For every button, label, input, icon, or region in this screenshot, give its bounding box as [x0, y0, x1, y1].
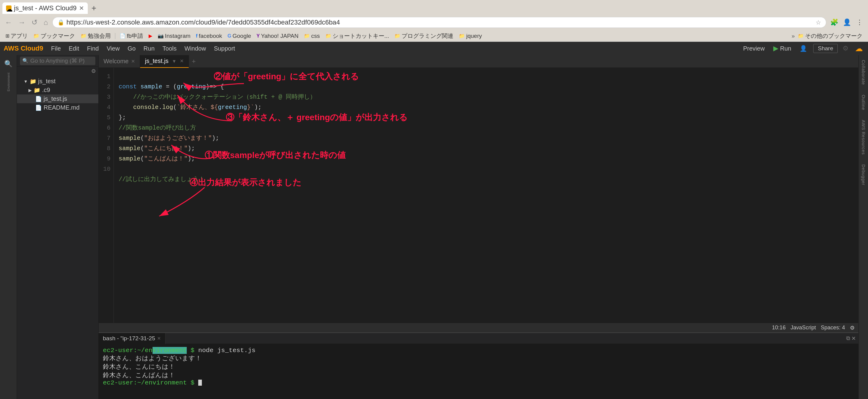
tab-jstest-close[interactable]: ✕ [180, 58, 184, 64]
bookmark-programming[interactable]: 📁 プログラミング関連 [392, 31, 456, 41]
bookmarks-folder-icon: 📁 [33, 33, 39, 39]
menu-go[interactable]: Go [124, 44, 139, 53]
back-button[interactable]: ← [3, 18, 14, 27]
terminal-maximize-button[interactable]: ⧉ [846, 335, 850, 342]
bookmark-instagram[interactable]: 📷 Instagram [155, 32, 193, 40]
terminal-bash-tab[interactable]: bash - "ip-172-31-25 ✕ [99, 333, 165, 344]
terminal-area: bash - "ip-172-31-25 ✕ ⧉ ✕ ec2-user:~/en… [99, 332, 858, 399]
bookmark-css[interactable]: 📁 css [302, 32, 322, 40]
home-button[interactable]: ⌂ [42, 18, 50, 27]
forward-button[interactable]: → [17, 18, 27, 27]
bookmark-fb-label: fb申請 [127, 32, 143, 40]
readme-file-name: README.md [43, 104, 80, 111]
tab-dropdown-button[interactable]: ▾ [171, 58, 177, 64]
bookmark-css-label: css [311, 33, 320, 39]
outline-label[interactable]: Outline [861, 90, 866, 115]
tab-welcome[interactable]: Welcome ✕ [99, 55, 140, 68]
menu-find[interactable]: Find [83, 44, 102, 53]
bookmark-other-label: その他のブックマーク [805, 32, 863, 40]
menu-edit[interactable]: Edit [65, 44, 83, 53]
status-settings-icon[interactable]: ⚙ [850, 325, 855, 331]
tab-close-button[interactable]: ✕ [79, 4, 84, 12]
jquery-folder-icon: 📁 [459, 33, 465, 39]
file-tree-root-folder[interactable]: ▼ 📁 js_test [17, 77, 98, 86]
terminal-output-3: 鈴木さん、こんばんは！ [103, 371, 854, 379]
file-tree-jstest[interactable]: 📄 js_test.js [17, 94, 98, 103]
browser-chrome: ☁ js_test - AWS Cloud9 ✕ + ← → ↺ ⌂ 🔒 htt… [0, 0, 868, 42]
active-browser-tab[interactable]: ☁ js_test - AWS Cloud9 ✕ [2, 2, 88, 14]
goto-anything-input[interactable] [30, 58, 93, 64]
extensions-button[interactable]: 🧩 [829, 17, 840, 28]
more-bookmarks-button[interactable]: » [792, 33, 795, 39]
new-tab-button[interactable]: + [89, 3, 99, 13]
bookmark-apps[interactable]: ⊞ アプリ [3, 31, 30, 41]
terminal-content[interactable]: ec2-user:~/environment $ node js_test.js… [99, 344, 858, 399]
menu-support[interactable]: Support [210, 44, 239, 53]
facebook-icon: f [196, 33, 197, 39]
editor-tabs: Welcome ✕ js_test.js ▾ ✕ + [99, 55, 858, 68]
menu-right: 👤 Share ⚙ ☁ [796, 43, 864, 54]
address-bar[interactable]: 🔒 https://us-west-2.console.aws.amazon.c… [52, 17, 827, 28]
terminal-tab-close[interactable]: ✕ [157, 336, 161, 341]
bookmark-star-icon[interactable]: ☆ [816, 19, 821, 26]
avatar-icon[interactable]: 👤 [796, 43, 811, 53]
collaborate-label[interactable]: Collaborate [861, 55, 866, 90]
lock-icon: 🔒 [58, 19, 64, 26]
search-sidebar-icon[interactable]: 🔍 [2, 58, 15, 70]
bookmark-fb[interactable]: 📄 fb申請 [117, 31, 146, 41]
profile-button[interactable]: 👤 [841, 17, 852, 28]
terminal-close-button[interactable]: ✕ [851, 335, 856, 342]
tab-welcome-close[interactable]: ✕ [131, 58, 135, 64]
c9-folder-name: .c9 [42, 87, 50, 94]
nav-icons: 🧩 👤 ⋮ [829, 17, 865, 28]
tab-welcome-label: Welcome [103, 58, 129, 65]
menu-view[interactable]: View [103, 44, 123, 53]
status-spaces: Spaces: 4 [821, 325, 845, 331]
terminal-output-1: 鈴木さん、おはようございます！ [103, 354, 854, 362]
bookmark-youtube[interactable]: ▶ [146, 32, 155, 40]
menu-file[interactable]: File [48, 44, 64, 53]
menu-preview[interactable]: Preview [739, 44, 768, 53]
cloud-icon[interactable]: ☁ [854, 43, 864, 54]
file-panel-settings-icon[interactable]: ⚙ [91, 68, 96, 74]
other-folder-icon: 📁 [798, 33, 804, 39]
bookmark-separator [115, 33, 115, 39]
bookmark-other[interactable]: 📁 その他のブックマーク [795, 31, 865, 41]
menu-window[interactable]: Window [181, 44, 210, 53]
app-logo: AWS Cloud9 [4, 44, 43, 52]
menu-tools[interactable]: Tools [159, 44, 180, 53]
bookmark-bookmarks[interactable]: 📁 ブックマーク [31, 31, 78, 41]
file-tree-c9-folder[interactable]: ▶ 📁 .c9 [17, 86, 98, 94]
terminal-line-end: ec2-user:~/environment $ [103, 379, 854, 386]
file-tree-readme[interactable]: 📄 README.md [17, 103, 98, 112]
bookmark-facebook[interactable]: f facebook [193, 32, 224, 40]
c9-folder-icon: 📁 [34, 87, 40, 94]
goto-anything-bar[interactable]: 🔍 [20, 57, 95, 65]
share-button[interactable]: Share [813, 44, 838, 53]
environment-label: Environment [7, 73, 10, 91]
settings-button[interactable]: ⋮ [854, 17, 865, 28]
bookmark-jquery[interactable]: 📁 jquery [456, 32, 484, 40]
terminal-prompt-1: ec2-user:~/environment $ [103, 347, 198, 354]
aws-resources-label[interactable]: AWS Resources [861, 115, 866, 159]
bookmark-shortcut[interactable]: 📁 ショートカットキー... [323, 31, 392, 41]
instagram-icon: 📷 [158, 33, 164, 39]
run-button[interactable]: ▶ Run [769, 43, 796, 54]
settings-gear-icon[interactable]: ⚙ [840, 43, 851, 54]
debugger-label[interactable]: Debugger [861, 159, 866, 190]
root-folder-name: js_test [38, 78, 56, 85]
tab-jstest[interactable]: js_test.js ▾ ✕ [140, 55, 189, 68]
search-icon: 🔍 [22, 58, 28, 64]
bookmark-apps-label: アプリ [10, 32, 28, 40]
bookmark-facebook-label: facebook [199, 33, 222, 39]
refresh-button[interactable]: ↺ [30, 18, 39, 27]
code-content[interactable]: const sample = (greeting)=> { //かっこの中はバッ… [114, 68, 858, 323]
add-tab-button[interactable]: + [189, 58, 199, 65]
bookmark-study[interactable]: 📁 勉強会用 [78, 31, 113, 41]
menu-run[interactable]: Run [140, 44, 158, 53]
run-play-icon: ▶ [773, 44, 778, 52]
js-file-name: js_test.js [43, 95, 67, 102]
bookmark-yahoo[interactable]: Y Yahoo! JAPAN [254, 32, 301, 40]
bookmark-google[interactable]: G Google [225, 32, 254, 40]
tab-bar: ☁ js_test - AWS Cloud9 ✕ + [0, 0, 868, 14]
